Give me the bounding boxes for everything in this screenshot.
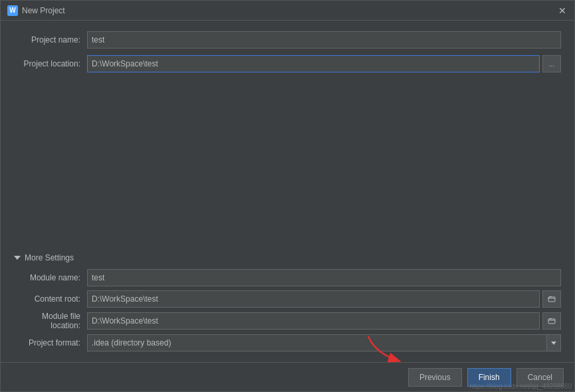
- project-format-select-container: .idea (directory based) Eclipse (.classp…: [87, 334, 561, 351]
- finish-button[interactable]: Finish: [467, 368, 511, 387]
- project-location-row: Project location: ...: [14, 55, 561, 72]
- module-name-label: Module name:: [14, 273, 87, 282]
- more-settings-fields: Module name: Content root:: [14, 269, 561, 351]
- cancel-button[interactable]: Cancel: [517, 368, 564, 387]
- content-root-browse-button[interactable]: [542, 290, 561, 308]
- svg-rect-0: [548, 297, 555, 302]
- project-location-label: Project location:: [14, 59, 87, 68]
- content-root-input-wrapper: [87, 290, 561, 308]
- project-name-label: Project name:: [14, 35, 87, 45]
- title-bar-left: W New Project: [7, 5, 65, 16]
- project-location-input-wrapper: ...: [87, 55, 561, 72]
- project-format-row: Project format: .idea (directory based) …: [14, 334, 561, 351]
- project-format-select[interactable]: .idea (directory based) Eclipse (.classp…: [87, 334, 561, 351]
- project-format-label: Project format:: [14, 338, 87, 347]
- module-name-input[interactable]: [87, 269, 561, 286]
- project-location-browse-button[interactable]: ...: [542, 55, 561, 72]
- content-root-row: Content root:: [14, 290, 561, 308]
- project-name-input-wrapper: [87, 31, 561, 49]
- module-name-input-wrapper: [87, 269, 561, 286]
- content-root-label: Content root:: [14, 294, 87, 304]
- close-button[interactable]: ✕: [557, 5, 568, 16]
- window-title: New Project: [22, 6, 65, 15]
- previous-button[interactable]: Previous: [408, 368, 462, 387]
- module-file-location-input-wrapper: [87, 312, 561, 330]
- module-name-row: Module name:: [14, 269, 561, 286]
- new-project-dialog: W New Project ✕ Project name: Project lo…: [0, 0, 575, 392]
- bottom-bar: Previous Finish Cancel https://blog.csdn…: [1, 362, 574, 391]
- module-file-location-browse-button[interactable]: [542, 312, 561, 330]
- title-bar: W New Project ✕: [1, 1, 574, 21]
- empty-area: [14, 79, 561, 253]
- content-root-input[interactable]: [87, 290, 540, 308]
- project-format-select-wrapper: .idea (directory based) Eclipse (.classp…: [87, 334, 561, 351]
- module-file-location-row: Module file location:: [14, 312, 561, 330]
- project-name-input[interactable]: [87, 31, 561, 49]
- more-settings-label: More Settings: [25, 253, 74, 262]
- project-name-row: Project name:: [14, 31, 561, 49]
- dialog-content: Project name: Project location: ... More…: [1, 21, 574, 362]
- svg-rect-1: [548, 319, 555, 324]
- more-settings-toggle[interactable]: More Settings: [14, 253, 561, 262]
- project-location-input[interactable]: [87, 55, 540, 72]
- module-file-location-input[interactable]: [87, 312, 540, 330]
- module-file-location-label: Module file location:: [14, 312, 87, 330]
- expand-icon: [14, 256, 21, 260]
- app-icon: W: [7, 5, 18, 16]
- more-settings-section: More Settings Module name: Content root:: [14, 253, 561, 351]
